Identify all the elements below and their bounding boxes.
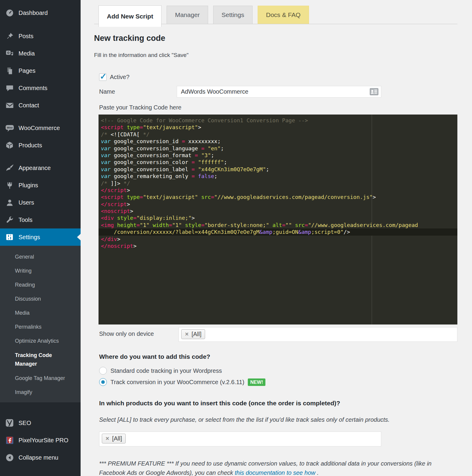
chip-label: [All] (191, 331, 201, 338)
tab-manager[interactable]: Manager (167, 6, 208, 24)
code-line: /* <![CDATA[ */ (101, 131, 457, 138)
submenu-item-tracking-code-manager[interactable]: Tracking Code Manager (0, 348, 69, 371)
facebook-pixel-icon (4, 436, 15, 445)
submenu-item-imagify[interactable]: Imagify (0, 385, 81, 399)
name-label: Name (99, 88, 177, 95)
envelope-icon (4, 101, 15, 110)
active-checkbox-row: ✓ Active? (99, 73, 457, 81)
sidebar-item-label: PixelYourSite PRO (19, 437, 68, 444)
admin-sidebar: Dashboard Posts Media Pages Comments (0, 0, 81, 476)
submenu-item-writing[interactable]: Writing (0, 264, 81, 278)
pushpin-icon (4, 32, 15, 40)
sidebar-item-comments[interactable]: Comments (0, 79, 81, 97)
sidebar-item-label: Dashboard (19, 10, 48, 16)
sidebar-item-posts[interactable]: Posts (0, 27, 81, 45)
code-line: </script> (101, 201, 457, 208)
name-input[interactable] (177, 86, 381, 98)
premium-text-suffix: . (315, 469, 319, 476)
sidebar-item-users[interactable]: Users (0, 194, 81, 211)
code-line: <script type="text/javascript"> (101, 124, 457, 131)
products-select[interactable]: ✕[All] (99, 432, 381, 446)
sidebar-item-pixelyoursite[interactable]: PixelYourSite PRO (0, 432, 81, 449)
sidebar-item-label: Posts (19, 33, 33, 40)
yoast-seo-icon (4, 418, 15, 427)
sidebar-item-label: Contact (19, 102, 39, 109)
settings-submenu: General Writing Reading Discussion Media… (0, 246, 81, 402)
radio-standard[interactable] (99, 367, 107, 375)
submenu-item-general[interactable]: General (0, 250, 81, 264)
sidebar-bottom-group: SEO PixelYourSite PRO Collapse menu (0, 414, 81, 466)
tab-settings[interactable]: Settings (213, 6, 253, 24)
code-line: </script> (101, 187, 457, 194)
tab-docs-faq[interactable]: Docs & FAQ (258, 6, 309, 24)
radio-standard-label: Standard code tracking in your Wordpress (110, 367, 222, 374)
products-chip[interactable]: ✕[All] (102, 434, 126, 443)
svg-text:Woo: Woo (7, 126, 13, 129)
page-title: New tracking code (94, 34, 457, 43)
sidebar-item-contact[interactable]: Contact (0, 97, 81, 114)
comment-bubble-icon (4, 84, 15, 92)
collapse-menu-button[interactable]: Collapse menu (0, 449, 81, 466)
sidebar-item-settings[interactable]: Settings (0, 228, 81, 246)
sidebar-item-label: Comments (19, 85, 47, 92)
sidebar-item-pages[interactable]: Pages (0, 62, 81, 79)
tracking-code-editor[interactable]: <!-- Google Code for WooCommerce Convers… (99, 115, 457, 324)
code-line: <script type="text/javascript" src="//ww… (101, 194, 457, 200)
submenu-item-optimize-analytics[interactable]: Optimize Analytics (0, 334, 81, 348)
paste-code-label: Paste your Tracking Code here (99, 104, 457, 111)
tab-add-new-script[interactable]: Add New Script (99, 5, 162, 27)
code-line: <div style="display:inline;"> (101, 214, 457, 221)
code-line: <noscript> (101, 208, 457, 214)
code-line: var google_remarketing_only = false; (101, 173, 457, 180)
wordpress-admin: Dashboard Posts Media Pages Comments (0, 0, 472, 476)
sidebar-item-label: Tools (19, 217, 33, 223)
code-line: /* ]]> */ (101, 180, 457, 187)
woocommerce-icon: Woo (4, 123, 15, 133)
chip-label: [All] (112, 435, 122, 442)
collapse-arrow-icon (4, 453, 15, 462)
sidebar-item-label: Settings (19, 234, 40, 241)
code-line: </noscript> (101, 242, 457, 249)
sidebar-item-plugins[interactable]: Plugins (0, 177, 81, 194)
device-chip[interactable]: ✕[All] (181, 329, 205, 339)
code-line: <img height="1" width="1" style="border-… (101, 222, 457, 228)
tab-bar: Add New Script Manager Settings Docs & F… (94, 5, 457, 24)
box-icon (4, 141, 15, 149)
current-menu-arrow (77, 234, 81, 240)
sidebar-item-label: Appearance (19, 165, 51, 171)
remove-chip-icon[interactable]: ✕ (105, 436, 109, 441)
sidebar-item-products[interactable]: Products (0, 137, 81, 154)
sidebar-item-tools[interactable]: Tools (0, 211, 81, 228)
main-content: Add New Script Manager Settings Docs & F… (81, 0, 472, 476)
code-line: /conversion/xxxxxx/?label=x44gCKn3im0Q7e… (99, 228, 457, 235)
autofill-contact-card-icon[interactable] (370, 88, 379, 97)
remove-chip-icon[interactable]: ✕ (185, 331, 189, 337)
active-label: Active? (110, 74, 130, 81)
products-heading: In which products do you want to insert … (99, 400, 457, 407)
checkmark-icon: ✓ (100, 72, 107, 81)
sidebar-item-label: Pages (19, 67, 36, 74)
code-line: var google_conversion_id = xxxxxxxxx; (101, 138, 457, 145)
sidebar-item-media[interactable]: Media (0, 45, 81, 62)
active-checkbox[interactable]: ✓ (99, 73, 107, 81)
submenu-item-media[interactable]: Media (0, 306, 81, 320)
sidebar-item-woocommerce[interactable]: Woo WooCommerce (0, 119, 81, 137)
documentation-link[interactable]: this documentation to see how (235, 469, 315, 476)
submenu-item-permalinks[interactable]: Permalinks (0, 320, 81, 334)
code-line: </div> (101, 236, 457, 242)
sidebar-item-appearance[interactable]: Appearance (0, 159, 81, 177)
user-icon (4, 199, 15, 207)
pages-icon (4, 67, 15, 75)
where-heading: Where do you want to add this code? (99, 353, 457, 360)
device-select[interactable]: ✕[All] (179, 327, 457, 342)
radio-woocommerce[interactable] (99, 378, 107, 386)
sidebar-item-seo[interactable]: SEO (0, 414, 81, 432)
settings-sliders-icon (4, 233, 15, 241)
submenu-item-discussion[interactable]: Discussion (0, 292, 81, 306)
sidebar-item-dashboard[interactable]: Dashboard (0, 4, 81, 21)
submenu-item-google-tag-manager[interactable]: Google Tag Manager (0, 371, 81, 385)
device-label: Show only on device (99, 327, 179, 337)
submenu-item-reading[interactable]: Reading (0, 278, 81, 292)
sidebar-item-label: Plugins (19, 182, 38, 189)
radio-woocommerce-label: Track conversion in your WooCommerce (v.… (110, 379, 244, 386)
